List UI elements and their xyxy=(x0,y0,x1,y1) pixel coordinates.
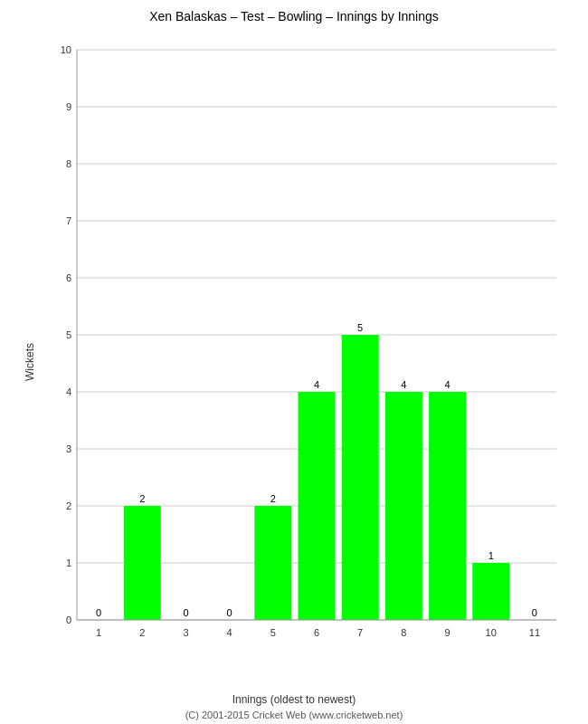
svg-rect-24 xyxy=(124,506,161,620)
svg-text:0: 0 xyxy=(532,607,537,618)
chart-area: 012345678910012203042546574849110011 xyxy=(50,36,570,652)
footer-text: (C) 2001-2015 Cricket Web (www.cricketwe… xyxy=(0,710,588,720)
svg-text:0: 0 xyxy=(66,614,71,625)
svg-text:6: 6 xyxy=(66,272,71,283)
chart-container: Xen Balaskas – Test – Bowling – Innings … xyxy=(0,0,588,724)
svg-text:2: 2 xyxy=(139,493,145,504)
svg-rect-43 xyxy=(429,392,466,620)
svg-text:7: 7 xyxy=(66,215,71,226)
chart-title: Xen Balaskas – Test – Bowling – Innings … xyxy=(0,0,588,28)
svg-text:2: 2 xyxy=(270,493,276,504)
svg-text:4: 4 xyxy=(314,379,319,390)
svg-text:4: 4 xyxy=(444,379,450,390)
svg-text:1: 1 xyxy=(96,627,101,638)
svg-text:4: 4 xyxy=(66,386,71,397)
svg-text:0: 0 xyxy=(96,607,101,618)
svg-text:7: 7 xyxy=(357,627,363,638)
svg-text:2: 2 xyxy=(66,500,71,511)
svg-text:6: 6 xyxy=(314,627,319,638)
svg-text:3: 3 xyxy=(66,443,71,454)
svg-text:10: 10 xyxy=(61,44,71,55)
svg-text:5: 5 xyxy=(66,329,71,340)
svg-text:1: 1 xyxy=(66,557,71,568)
svg-rect-31 xyxy=(254,506,291,620)
svg-text:9: 9 xyxy=(66,101,71,112)
svg-text:0: 0 xyxy=(183,607,188,618)
svg-text:5: 5 xyxy=(270,627,276,638)
svg-rect-46 xyxy=(472,563,509,620)
svg-text:2: 2 xyxy=(139,627,145,638)
y-axis-label: Wickets xyxy=(24,343,36,381)
x-axis-label: Innings (oldest to newest) xyxy=(0,693,588,706)
svg-text:11: 11 xyxy=(529,627,540,638)
svg-text:0: 0 xyxy=(227,607,232,618)
svg-text:8: 8 xyxy=(401,627,406,638)
svg-rect-40 xyxy=(385,392,422,620)
svg-text:4: 4 xyxy=(227,627,232,638)
svg-text:4: 4 xyxy=(401,379,406,390)
main-chart-svg: 012345678910012203042546574849110011 xyxy=(50,36,570,652)
svg-text:8: 8 xyxy=(66,158,71,169)
svg-text:3: 3 xyxy=(183,627,188,638)
svg-rect-34 xyxy=(299,392,336,620)
svg-text:1: 1 xyxy=(488,550,494,561)
svg-text:9: 9 xyxy=(444,627,450,638)
svg-rect-37 xyxy=(342,335,379,620)
svg-text:5: 5 xyxy=(357,322,363,333)
svg-text:10: 10 xyxy=(486,627,497,638)
